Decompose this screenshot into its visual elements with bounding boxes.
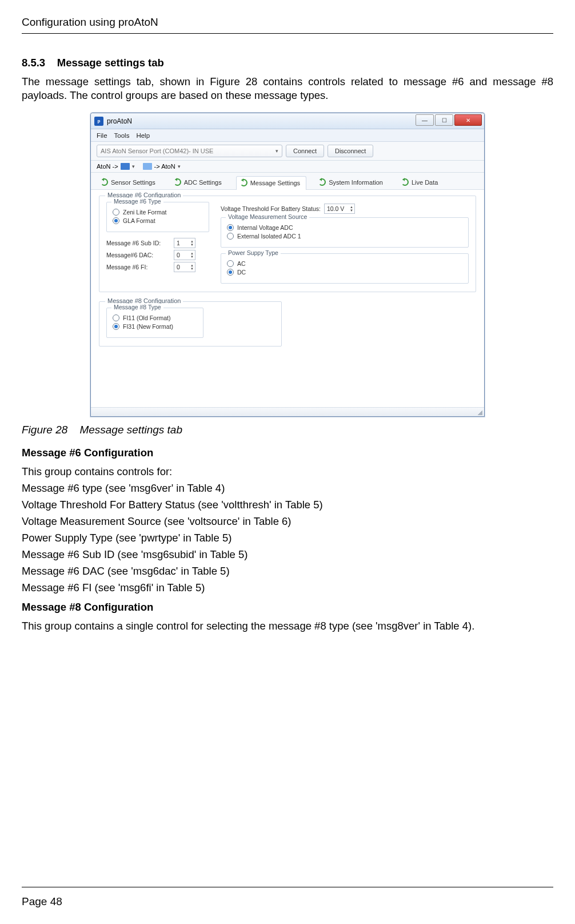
spinner-arrows-icon: ▲▼ <box>190 264 194 270</box>
flow-right-label: -> AtoN <box>154 163 175 170</box>
section-title: Message settings tab <box>57 57 164 69</box>
group-msg8-type: Message #8 Type FI11 (Old Format) FI31 (… <box>106 308 203 338</box>
dac-label: Message#6 DAC: <box>106 252 170 258</box>
msg6-intro: This group contains controls for: <box>22 465 553 479</box>
tab-label: Sensor Settings <box>111 179 155 186</box>
radio-zeni-lite[interactable]: Zeni Lite Format <box>113 209 203 216</box>
tab-label: Live Data <box>412 179 438 186</box>
group-legend: Voltage Measurement Source <box>226 213 309 220</box>
tab-live-data[interactable]: Live Data <box>397 176 444 189</box>
fi-spinner[interactable]: 0 ▲▼ <box>174 262 195 272</box>
radio-dc[interactable]: DC <box>227 269 462 276</box>
tab-adc-settings[interactable]: ADC Settings <box>170 176 228 189</box>
radio-icon <box>227 224 234 231</box>
subid-spinner[interactable]: 1 ▲▼ <box>174 238 195 248</box>
radio-label: GLA Format <box>123 217 155 224</box>
radio-label: AC <box>237 260 246 267</box>
tab-label: Message Settings <box>250 180 300 186</box>
radio-gla-format[interactable]: GLA Format <box>113 217 203 224</box>
section-heading: 8.5.3 Message settings tab <box>22 57 553 69</box>
tab-content: Message #6 Configuration Message #6 Type… <box>91 190 484 407</box>
menu-file[interactable]: File <box>97 132 107 139</box>
group-msg6-config: Message #6 Configuration Message #6 Type… <box>99 196 476 292</box>
app-window: p proAtoN — ☐ ✕ File Tools Help AIS AtoN… <box>90 113 485 417</box>
refresh-icon <box>318 178 326 186</box>
radio-icon <box>113 209 119 216</box>
radio-label: FI31 (New Format) <box>123 323 173 330</box>
volt-thresh-label: Voltage Threshold For Battery Status: <box>221 205 321 212</box>
radio-icon <box>113 323 119 330</box>
group-legend: Power Suppy Type <box>226 249 281 256</box>
radio-icon <box>227 260 234 267</box>
spinner-value: 0 <box>177 264 180 270</box>
app-icon: p <box>94 117 103 126</box>
flow-left-label: AtoN -> <box>97 163 118 170</box>
radio-label: External Isolated ADC 1 <box>237 233 301 240</box>
figure-text: Message settings tab <box>79 424 182 436</box>
spinner-arrows-icon: ▲▼ <box>350 205 353 212</box>
figure-screenshot: p proAtoN — ☐ ✕ File Tools Help AIS AtoN… <box>22 113 553 417</box>
subid-label: Message #6 Sub ID: <box>106 240 170 246</box>
minimize-button[interactable]: — <box>416 114 434 126</box>
page-number: Page 48 <box>22 895 62 907</box>
running-head: Configuration using proAtoN <box>22 16 553 34</box>
radio-icon <box>227 233 234 240</box>
msg8-heading: Message #8 Configuration <box>22 601 553 614</box>
spinner-value: 10.0 V <box>327 205 344 212</box>
window-title: proAtoN <box>107 117 132 125</box>
section-number: 8.5.3 <box>22 57 45 69</box>
tab-message-settings[interactable]: Message Settings <box>236 176 306 190</box>
radio-fi31[interactable]: FI31 (New Format) <box>113 323 197 330</box>
msg6-line: Message #6 FI (see 'msg6fi' in Table 5) <box>22 581 553 595</box>
close-button[interactable]: ✕ <box>454 114 482 126</box>
radio-icon <box>113 314 119 321</box>
radio-ac[interactable]: AC <box>227 260 462 267</box>
tab-system-information[interactable]: System Information <box>314 176 389 189</box>
radio-label: Internal Voltage ADC <box>237 224 293 231</box>
menu-tools[interactable]: Tools <box>114 132 130 139</box>
radio-fi11[interactable]: FI11 (Old Format) <box>113 314 197 321</box>
port-select-value: AIS AtoN Sensor Port (COM42)- IN USE <box>101 148 213 154</box>
msg6-line: Power Supply Type (see 'pwrtype' in Tabl… <box>22 531 553 545</box>
refresh-icon <box>101 178 108 186</box>
disconnect-button[interactable]: Disconnect <box>328 145 373 157</box>
msg8-text: This group contains a single control for… <box>22 619 553 634</box>
dac-spinner[interactable]: 0 ▲▼ <box>174 250 195 260</box>
msg6-line: Message #6 type (see 'msg6ver' in Table … <box>22 481 553 496</box>
figure-caption: Figure 28 Message settings tab <box>22 424 553 436</box>
statusbar <box>91 407 484 416</box>
fi-label: Message #6 FI: <box>106 264 170 270</box>
window-controls: — ☐ ✕ <box>416 114 482 126</box>
data-flow-bar: AtoN -> ▾ -> AtoN ▾ <box>91 161 484 173</box>
menubar: File Tools Help <box>91 129 484 142</box>
group-voltage-source: Voltage Measurement Source Internal Volt… <box>221 217 469 248</box>
msg6-line: Voltage Threshold For Battery Status (se… <box>22 498 553 512</box>
section-intro: The message settings tab, shown in Figur… <box>22 75 553 102</box>
tab-label: ADC Settings <box>184 179 222 186</box>
spinner-arrows-icon: ▲▼ <box>190 240 194 246</box>
menu-help[interactable]: Help <box>136 132 150 139</box>
chevron-down-icon[interactable]: ▾ <box>178 164 181 169</box>
flow-in-icon <box>143 163 152 170</box>
radio-external-adc[interactable]: External Isolated ADC 1 <box>227 233 462 240</box>
volt-thresh-spinner[interactable]: 10.0 V ▲▼ <box>324 204 355 214</box>
msg6-heading: Message #6 Configuration <box>22 447 553 459</box>
radio-label: DC <box>237 269 246 276</box>
page-footer: Page 48 <box>22 887 553 908</box>
refresh-icon <box>401 178 409 186</box>
refresh-icon <box>174 178 181 186</box>
msg6-line: Message #6 DAC (see 'msg6dac' in Table 5… <box>22 564 553 579</box>
chevron-down-icon: ▾ <box>275 148 278 154</box>
titlebar: p proAtoN — ☐ ✕ <box>91 113 484 129</box>
tab-sensor-settings[interactable]: Sensor Settings <box>97 176 162 189</box>
connect-button[interactable]: Connect <box>286 145 324 157</box>
msg6-line: Message #6 Sub ID (see 'msg6subid' in Ta… <box>22 548 553 562</box>
spinner-arrows-icon: ▲▼ <box>190 252 194 258</box>
refresh-icon <box>240 179 247 186</box>
radio-internal-adc[interactable]: Internal Voltage ADC <box>227 224 462 231</box>
tabs: Sensor Settings ADC Settings Message Set… <box>91 173 484 190</box>
chevron-down-icon[interactable]: ▾ <box>132 164 135 169</box>
maximize-button[interactable]: ☐ <box>435 114 453 126</box>
port-select[interactable]: AIS AtoN Sensor Port (COM42)- IN USE ▾ <box>97 145 282 157</box>
figure-label: Figure 28 <box>22 424 67 436</box>
